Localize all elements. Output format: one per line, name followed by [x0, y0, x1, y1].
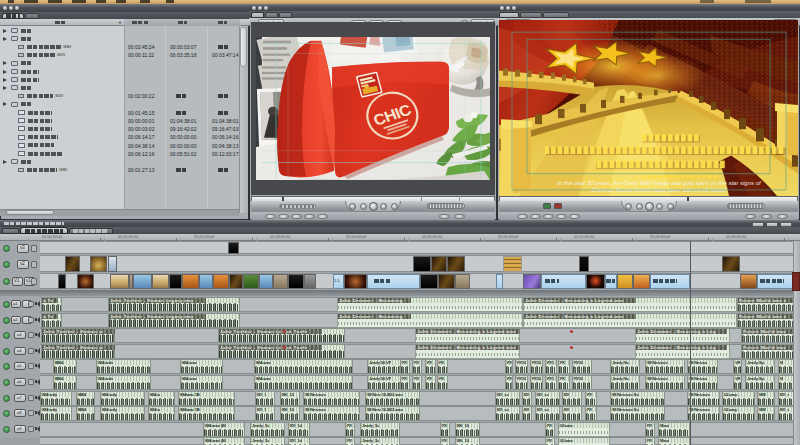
svg-text:In the past 30 years, the Grea: In the past 30 years, the Great Wall ima… [557, 180, 762, 186]
